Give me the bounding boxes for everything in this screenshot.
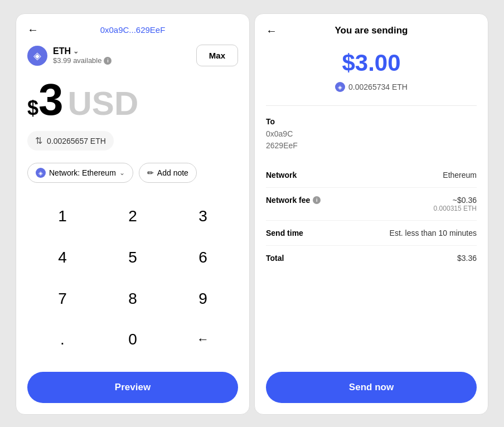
send-usd-amount: $3.00 xyxy=(266,50,477,76)
send-screen: ← 0x0a9C...629EeF ◈ ETH ⌄ $3.99 availabl… xyxy=(16,13,250,415)
numpad-9[interactable]: 9 xyxy=(168,281,238,317)
to-address: 0x0a9C 2629EeF xyxy=(266,128,477,152)
page-title: You are sending xyxy=(335,25,408,36)
numpad-1[interactable]: 1 xyxy=(27,198,98,234)
swap-icon: ⇅ xyxy=(35,135,42,146)
numpad-7[interactable]: 7 xyxy=(27,281,98,317)
info-icon[interactable]: i xyxy=(104,57,112,65)
right-header: ← You are sending xyxy=(266,25,477,36)
fee-label: Network fee i xyxy=(266,196,321,205)
to-label: To xyxy=(266,117,477,126)
eth-equivalent[interactable]: ⇅ 0.00265657 ETH xyxy=(27,131,114,151)
network-detail-value: Ethereum xyxy=(443,171,477,179)
total-label: Total xyxy=(266,254,284,263)
total-row: Total $3.36 xyxy=(266,246,477,270)
token-text: ETH ⌄ $3.99 available i xyxy=(53,46,112,65)
token-row: ◈ ETH ⌄ $3.99 available i Max xyxy=(27,45,238,66)
send-eth-amount: 0.00265734 ETH xyxy=(348,83,408,91)
eth-icon: ◈ xyxy=(27,46,47,66)
numpad: 1 2 3 4 5 6 7 8 9 . 0 ← xyxy=(27,198,238,363)
fee-usd-value: ~$0.36 xyxy=(434,196,477,205)
network-chevron-icon: ⌄ xyxy=(119,169,125,177)
eth-network-icon: ◈ xyxy=(36,168,46,178)
eth-equiv-text: 0.00265657 ETH xyxy=(47,137,106,145)
dollar-sign: $ xyxy=(27,96,38,120)
numpad-3[interactable]: 3 xyxy=(168,198,238,234)
total-value: $3.36 xyxy=(457,254,477,263)
left-header: ← 0x0a9C...629EeF xyxy=(27,25,238,35)
fee-values: ~$0.36 0.000315 ETH xyxy=(434,196,477,212)
numpad-2[interactable]: 2 xyxy=(98,198,168,234)
numpad-8[interactable]: 8 xyxy=(98,281,168,317)
fee-row: Network fee i ~$0.36 0.000315 ETH xyxy=(266,188,477,221)
token-chevron: ⌄ xyxy=(73,47,79,55)
action-buttons: ◈ Network: Ethereum ⌄ ✏ Add note xyxy=(27,163,238,183)
max-button[interactable]: Max xyxy=(196,45,238,66)
send-time-row: Send time Est. less than 10 minutes xyxy=(266,221,477,246)
divider xyxy=(266,105,477,106)
token-available: $3.99 available i xyxy=(53,56,112,65)
send-amount-display: $3.00 xyxy=(266,50,477,76)
numpad-4[interactable]: 4 xyxy=(27,240,98,275)
numpad-5[interactable]: 5 xyxy=(98,240,168,275)
fee-info-icon[interactable]: i xyxy=(313,196,321,204)
edit-icon: ✏ xyxy=(147,168,154,177)
to-section: To 0x0a9C 2629EeF xyxy=(266,117,477,152)
right-back-button[interactable]: ← xyxy=(266,25,277,37)
token-name[interactable]: ETH ⌄ xyxy=(53,46,112,56)
fee-eth-value: 0.000315 ETH xyxy=(434,205,477,212)
token-info: ◈ ETH ⌄ $3.99 available i xyxy=(27,46,112,66)
recipient-address[interactable]: 0x0a9C...629EeF xyxy=(100,25,166,35)
send-time-value: Est. less than 10 minutes xyxy=(390,229,477,237)
numpad-dot[interactable]: . xyxy=(27,322,98,357)
numpad-0[interactable]: 0 xyxy=(98,322,168,357)
send-eth-row: ◈ 0.00265734 ETH xyxy=(266,82,477,92)
network-row: Network Ethereum xyxy=(266,163,477,188)
send-now-button[interactable]: Send now xyxy=(266,372,477,403)
send-time-label: Send time xyxy=(266,229,303,237)
add-note-label: Add note xyxy=(157,168,188,177)
numpad-backspace[interactable]: ← xyxy=(168,322,238,357)
confirm-screen: ← You are sending $3.00 ◈ 0.00265734 ETH… xyxy=(254,13,488,415)
network-label: Network: Ethereum xyxy=(49,168,116,177)
add-note-button[interactable]: ✏ Add note xyxy=(139,163,197,183)
currency-label: USD xyxy=(68,87,139,120)
numpad-6[interactable]: 6 xyxy=(168,240,238,275)
amount-number: 3 xyxy=(38,77,64,122)
send-eth-icon: ◈ xyxy=(335,82,345,92)
amount-display: $ 3 USD xyxy=(27,77,238,122)
network-button[interactable]: ◈ Network: Ethereum ⌄ xyxy=(27,163,133,183)
preview-button[interactable]: Preview xyxy=(27,372,238,403)
network-detail-label: Network xyxy=(266,171,297,179)
back-button[interactable]: ← xyxy=(27,23,38,36)
